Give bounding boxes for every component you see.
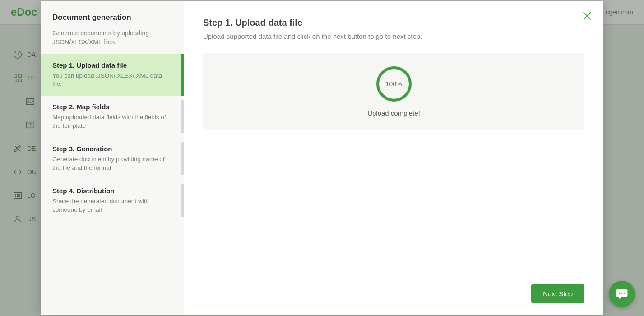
step-desc: Share the generated document with someon…: [52, 197, 172, 214]
step-item-4[interactable]: Step 4. Distribution Share the generated…: [41, 180, 184, 222]
svg-point-12: [619, 293, 620, 294]
chat-icon: [615, 287, 629, 301]
chat-fab[interactable]: [609, 281, 635, 307]
step-desc: You can upload .JSON/.XLSX/.XML data fil…: [52, 72, 172, 89]
svg-point-13: [621, 293, 622, 294]
step-title: Step 3. Generation: [52, 145, 172, 153]
step-title: Step 2. Map fields: [52, 103, 172, 111]
step-title: Step 1. Upload data file: [52, 61, 172, 69]
progress-ring: 100%: [376, 66, 412, 102]
step-title: Step 4. Distribution: [52, 187, 172, 195]
step-indicator: [181, 100, 184, 133]
modal-footer: Next Step: [203, 276, 603, 315]
docgen-modal: Document generation Generate documents b…: [41, 1, 603, 315]
main-title: Step 1. Upload data file: [203, 18, 584, 28]
progress-percent: 100%: [376, 66, 412, 102]
docgen-header: Document generation Generate documents b…: [41, 1, 184, 54]
step-indicator: [181, 142, 184, 175]
main-subtitle: Upload supported data file and click on …: [203, 33, 584, 40]
step-item-1[interactable]: Step 1. Upload data file You can upload …: [41, 54, 184, 96]
step-indicator: [181, 54, 184, 96]
step-desc: Map uploaded data fields with the fields…: [52, 113, 172, 130]
step-item-3[interactable]: Step 3. Generation Generate document by …: [41, 138, 184, 180]
modal-left-panel: Document generation Generate documents b…: [41, 1, 184, 315]
docgen-title: Document generation: [52, 13, 172, 22]
docgen-description: Generate documents by uploading JSON/XLS…: [52, 28, 172, 47]
main-header: Step 1. Upload data file Upload supporte…: [184, 1, 603, 46]
upload-status: Upload complete!: [367, 109, 420, 117]
step-indicator: [181, 184, 184, 217]
next-step-button[interactable]: Next Step: [531, 284, 584, 303]
svg-point-14: [623, 293, 625, 294]
upload-area[interactable]: 100% Upload complete!: [203, 53, 584, 130]
modal-right-panel: Step 1. Upload data file Upload supporte…: [184, 1, 603, 315]
close-icon: [581, 9, 593, 22]
close-button[interactable]: [581, 9, 593, 22]
step-desc: Generate document by providing name of t…: [52, 155, 172, 172]
step-item-2[interactable]: Step 2. Map fields Map uploaded data fie…: [41, 96, 184, 138]
